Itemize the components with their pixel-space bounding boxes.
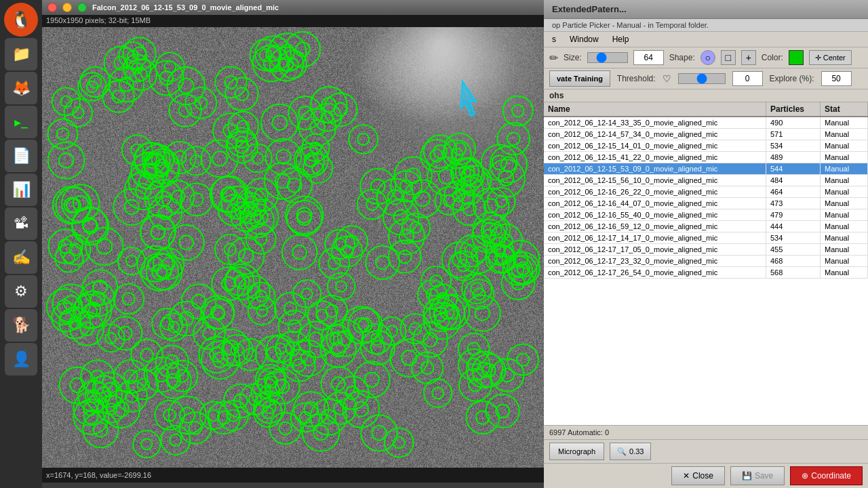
sidebar-item-documents[interactable]: 📄 [5,140,37,172]
menu-item-s[interactable]: s [549,33,559,45]
table-row[interactable]: con_2012_06_12-15_41_22_0_movie_aligned_… [544,152,868,163]
size-input[interactable] [633,50,664,65]
table-row[interactable]: con_2012_06_12-16_44_07_0_movie_aligned_… [544,198,868,209]
table-cell-stat: Manual [821,209,868,220]
table-cell-stat: Manual [821,186,868,197]
window-title: Falcon_2012_06_12-15_53_09_0_movie_align… [92,3,279,12]
threshold-input[interactable] [732,71,763,86]
col-header-name[interactable]: Name [544,102,766,116]
window-maximize-button[interactable] [77,3,87,12]
table-row[interactable]: con_2012_06_12-16_26_22_0_movie_aligned_… [544,186,868,198]
threshold-slider[interactable] [678,73,726,84]
save-button[interactable]: 💾 Save [730,466,785,485]
table-cell-stat: Manual [821,129,868,140]
table-cell-particles: 455 [766,244,821,255]
window-close-button[interactable] [47,3,57,12]
table-cell-stat: Manual [821,140,868,151]
sidebar: 🐧 📁 🦊 ▶_ 📄 📊 📽 ✍ ⚙ 🐕 👤 [0,0,42,488]
sidebar-item-terminal[interactable]: ▶_ [5,106,37,138]
explore-label: Explore (%): [770,74,814,83]
micrograph-button[interactable]: Micrograph [549,443,604,460]
jobs-label: ohs [544,89,868,102]
table-cell-name: con_2012_06_12-16_55_40_0_movie_aligned_… [544,209,766,220]
table-row[interactable]: con_2012_06_12-17_17_05_0_movie_aligned_… [544,244,868,256]
table-row[interactable]: con_2012_06_12-16_59_12_0_movie_aligned_… [544,221,868,232]
shape-square-button[interactable]: □ [721,50,736,65]
table-cell-name: con_2012_06_12-14_57_34_0_movie_aligned_… [544,129,766,140]
threshold-icon: ♡ [663,73,671,84]
sidebar-item-writer[interactable]: ✍ [5,241,37,274]
table-cell-particles: 490 [766,117,821,128]
table-row[interactable]: con_2012_06_12-17_23_32_0_movie_aligned_… [544,256,868,267]
sidebar-item-face[interactable]: 👤 [5,343,37,375]
bottom-stats: 6997 Automatic: 0 [544,425,868,439]
menu-item-window[interactable]: Window [567,33,601,45]
picker-icon: ✏ [549,52,558,64]
activate-training-button[interactable]: vate Training [549,70,610,87]
zoom-value: 0.33 [629,447,644,455]
table-cell-name: con_2012_06_12-17_23_32_0_movie_aligned_… [544,256,766,266]
table-cell-stat: Manual [821,175,868,186]
table-cell-name: con_2012_06_12-17_26_54_0_movie_aligned_… [544,267,766,278]
table-row[interactable]: con_2012_06_12-17_26_54_0_movie_aligned_… [544,267,868,279]
table-cell-stat: Manual [821,152,868,163]
image-info: 1950x1950 pixels; 32-bit; 15MB [42,15,544,27]
table-row[interactable]: con_2012_06_12-15_56_10_0_movie_aligned_… [544,175,868,186]
table-cell-stat: Manual [821,244,868,255]
threshold-label: Threshold: [617,74,656,83]
table-cell-name: con_2012_06_12-16_59_12_0_movie_aligned_… [544,221,766,232]
window-minimize-button[interactable] [62,3,72,12]
menu-bar: s Window Help [544,32,868,47]
ubuntu-logo[interactable]: 🐧 [4,3,38,37]
jobs-table[interactable]: Name Particles Stat con_2012_06_12-14_33… [544,102,868,425]
table-cell-stat: Manual [821,198,868,209]
table-cell-particles: 464 [766,186,821,197]
table-row[interactable]: con_2012_06_12-14_57_34_0_movie_aligned_… [544,129,868,140]
table-cell-stat: Manual [821,221,868,232]
toolbar-row1: ✏ Size: Shape: ○ □ + Color: ✛ Center [544,47,868,68]
table-row[interactable]: con_2012_06_12-15_53_09_0_movie_aligned_… [544,163,868,175]
table-row[interactable]: con_2012_06_12-15_14_01_0_movie_aligned_… [544,140,868,152]
table-cell-name: con_2012_06_12-16_26_22_0_movie_aligned_… [544,186,766,197]
size-label: Size: [564,53,582,62]
col-header-stat[interactable]: Stat [821,102,868,116]
coordinate-button[interactable]: ⊕ Coordinate [790,466,863,485]
col-header-particles[interactable]: Particles [766,102,821,116]
table-cell-stat: Manual [821,267,868,278]
table-row[interactable]: con_2012_06_12-17_14_17_0_movie_aligned_… [544,232,868,244]
table-header: Name Particles Stat [544,102,868,117]
explore-input[interactable] [821,71,852,86]
table-cell-stat: Manual [821,232,868,243]
shape-plus-button[interactable]: + [741,50,756,65]
shape-circle-button[interactable]: ○ [701,50,715,65]
sidebar-item-settings[interactable]: ⚙ [5,275,37,308]
size-slider[interactable] [587,52,628,63]
table-cell-name: con_2012_06_12-16_44_07_0_movie_aligned_… [544,198,766,209]
table-row[interactable]: con_2012_06_12-16_55_40_0_movie_aligned_… [544,209,868,221]
micrograph-canvas[interactable] [42,27,544,468]
menu-item-help[interactable]: Help [610,33,632,45]
sidebar-item-calc[interactable]: 📊 [5,174,37,206]
sidebar-item-files[interactable]: 📁 [5,38,37,70]
center-icon: ✛ [815,54,821,62]
table-cell-name: con_2012_06_12-17_14_17_0_movie_aligned_… [544,232,766,243]
action-buttons: ✕ Close 💾 Save ⊕ Coordinate [544,463,868,488]
sidebar-item-firefox[interactable]: 🦊 [5,72,37,104]
zoom-button[interactable]: 🔍 0.33 [610,443,651,460]
bottom-buttons: Micrograph 🔍 0.33 [544,439,868,463]
center-label: Center [823,54,846,62]
table-cell-particles: 479 [766,209,821,220]
center-button[interactable]: ✛ Center [809,50,852,65]
table-row[interactable]: con_2012_06_12-14_33_35_0_movie_aligned_… [544,117,868,129]
shape-label: Shape: [669,53,695,62]
close-icon: ✕ [683,471,690,481]
color-picker[interactable] [789,50,804,65]
table-cell-particles: 544 [766,163,821,174]
sidebar-item-impress[interactable]: 📽 [5,207,37,240]
close-button[interactable]: ✕ Close [671,466,725,485]
status-bar: x=1674, y=168, value=-2699.16 [42,468,544,483]
table-body: con_2012_06_12-14_33_35_0_movie_aligned_… [544,117,868,279]
image-section: Falcon_2012_06_12-15_53_09_0_movie_align… [42,0,544,488]
zoom-icon: 🔍 [617,447,627,456]
sidebar-item-dog[interactable]: 🐕 [5,309,37,342]
